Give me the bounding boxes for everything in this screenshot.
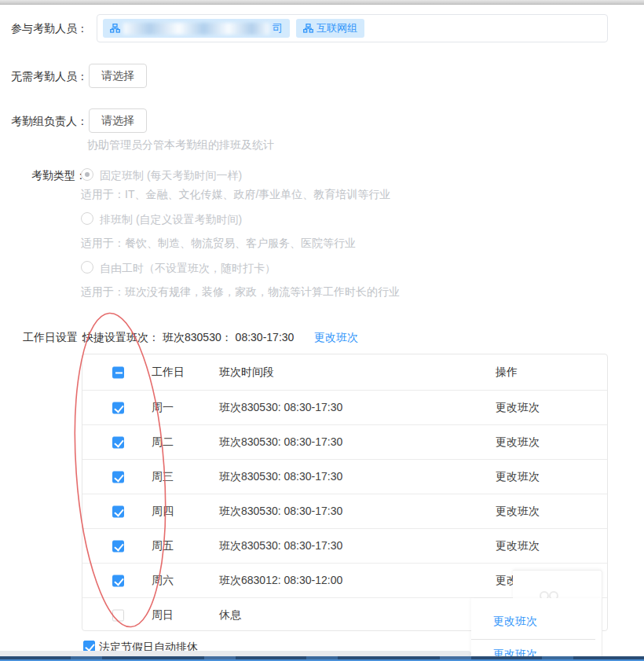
change-shift-link[interactable]: 更改班次 [493,615,537,629]
participants-box[interactable]: 司 互联网组 [97,14,608,42]
quick-change-shift-link[interactable]: 更改班次 [314,331,358,345]
row-checkbox[interactable] [112,505,124,517]
change-shift-link[interactable]: 更改班次 [496,470,540,484]
header-day: 工作日 [152,365,185,380]
header-shift: 班次时间段 [219,365,274,380]
quick-set-label: 快捷设置班次： [82,331,159,345]
row-shift: 班次830530: 08:30-17:30 [219,401,342,415]
department-icon [110,24,120,33]
row-day: 周三 [152,470,174,484]
row-day: 周日 [152,608,174,622]
leader-select-button[interactable]: 请选择 [89,108,147,133]
table-row-friday: 周五 班次830530: 08:30-17:30 更改班次 [82,528,607,563]
table-header-row: 工作日 班次时间段 操作 [82,354,607,390]
row-checkbox[interactable] [112,540,124,552]
table-row-thursday: 周四 班次830530: 08:30-17:30 更改班次 [82,494,607,528]
change-shift-link[interactable]: 更改班次 [496,505,540,519]
table-row-wednesday: 周三 班次830530: 08:30-17:30 更改班次 [82,459,607,494]
header-action: 操作 [496,365,518,380]
row-day: 周六 [152,574,174,588]
change-shift-link[interactable]: 更改班次 [496,401,540,415]
exempt-select-button[interactable]: 请选择 [89,64,147,88]
workday-settings-label: 工作日设置： [23,331,89,345]
leader-label: 考勤组负责人： [11,115,88,129]
change-shift-link[interactable]: 更改班次 [496,435,540,450]
participants-label: 参与考勤人员： [11,22,88,36]
option-scheduled-shift-label: 排班制 (自定义设置考勤时间) [100,213,242,227]
option-scheduled-shift-desc: 适用于：餐饮、制造、物流贸易、客户服务、医院等行业 [81,237,356,251]
attendance-settings-page: 参与考勤人员： 司 互 [0,0,644,661]
company-name-suffix: 司 [273,21,283,35]
row-shift: 班次683012: 08:30-12:00 [219,574,342,588]
option-free-hours-desc: 适用于：班次没有规律，装修，家政，物流等计算工作时长的行业 [81,285,400,299]
row-day: 周一 [152,401,174,415]
row-day: 周五 [152,539,174,553]
option-fixed-shift-label: 固定班制 (每天考勤时间一样) [100,169,242,183]
option-free-hours-label: 自由工时（不设置班次，随时打卡） [100,262,276,276]
leader-hint: 协助管理员分管本考勤组的排班及统计 [87,138,274,152]
select-all-checkbox[interactable] [112,366,124,378]
participant-tag-group[interactable]: 互联网组 [296,19,364,38]
row-shift: 班次830530: 08:30-17:30 [219,470,342,484]
row-shift: 班次830530: 08:30-17:30 [219,505,342,519]
radio-scheduled-shift[interactable] [81,212,93,225]
quick-set-shift-value: 班次830530： 08:30-17:30 [163,331,294,345]
radio-free-hours[interactable] [81,261,93,274]
participant-tag-company[interactable]: 司 [103,19,290,38]
change-shift-link[interactable]: 更改班次 [496,539,540,553]
row-checkbox[interactable] [112,609,124,621]
option-fixed-shift-desc: 适用于：IT、金融、文化传媒、政府/事业单位、教育培训等行业 [81,188,390,202]
row-checkbox[interactable] [112,471,124,483]
department-icon [303,24,313,33]
table-row-monday: 周一 班次830530: 08:30-17:30 更改班次 [82,390,607,424]
row-checkbox[interactable] [112,575,124,586]
panel-divider [471,639,595,640]
window-top-edge [0,0,644,5]
row-shift: 班次830530: 08:30-17:30 [219,539,342,553]
row-shift: 休息 [219,608,241,622]
taskbar-strip [0,656,644,661]
radio-fixed-shift[interactable] [81,168,93,181]
exempt-label: 无需考勤人员： [11,70,88,84]
row-checkbox[interactable] [112,436,124,448]
floating-panel-corner [513,570,602,599]
row-shift: 班次830530: 08:30-17:30 [219,435,342,450]
row-day: 周四 [152,505,174,519]
floating-action-panel: 更改班次 更改班次 [471,598,602,661]
group-tag-label: 互联网组 [317,21,357,35]
redacted-company-name [123,23,269,35]
table-row-tuesday: 周二 班次830530: 08:30-17:30 更改班次 [82,424,607,459]
row-checkbox[interactable] [112,402,124,413]
attendance-type-label: 考勤类型： [31,169,86,183]
row-day: 周二 [152,435,174,450]
